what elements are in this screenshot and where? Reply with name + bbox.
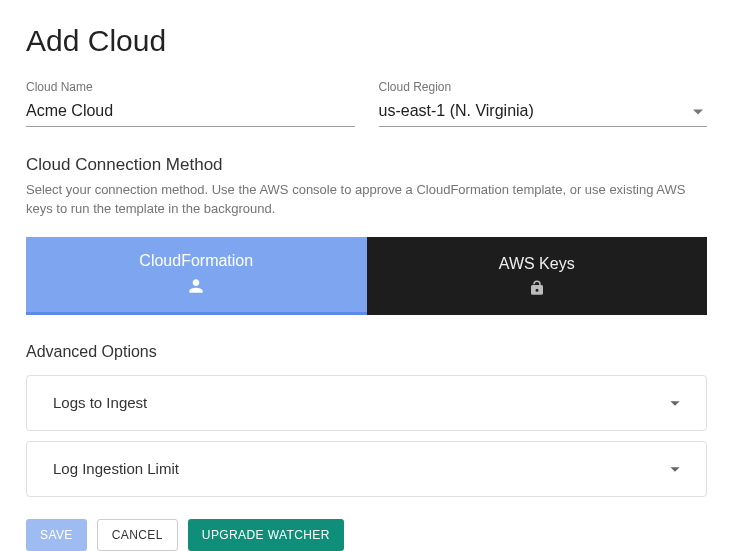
- cloud-region-field: Cloud Region us-east-1 (N. Virginia): [379, 80, 708, 127]
- accordion-log-ingestion-limit-header[interactable]: Log Ingestion Limit: [27, 442, 706, 496]
- connection-heading: Cloud Connection Method: [26, 155, 707, 175]
- accordion-logs-to-ingest: Logs to Ingest: [26, 375, 707, 431]
- cancel-button[interactable]: Cancel: [97, 519, 178, 551]
- field-row: Cloud Name Cloud Region us-east-1 (N. Vi…: [26, 80, 707, 127]
- person-icon: [186, 276, 206, 296]
- cloud-name-field: Cloud Name: [26, 80, 355, 127]
- accordion-log-ingestion-limit: Log Ingestion Limit: [26, 441, 707, 497]
- connection-method-row: CloudFormation AWS Keys: [26, 237, 707, 315]
- accordion-logs-to-ingest-header[interactable]: Logs to Ingest: [27, 376, 706, 430]
- cloud-name-label: Cloud Name: [26, 80, 355, 94]
- method-cloudformation[interactable]: CloudFormation: [26, 237, 367, 315]
- connection-description: Select your connection method. Use the A…: [26, 181, 707, 219]
- connection-section: Cloud Connection Method Select your conn…: [26, 155, 707, 315]
- accordion-logs-to-ingest-label: Logs to Ingest: [53, 394, 147, 411]
- chevron-down-icon: [664, 392, 686, 414]
- lock-open-icon: [528, 279, 546, 297]
- advanced-heading: Advanced Options: [26, 343, 707, 361]
- method-cloudformation-label: CloudFormation: [139, 252, 253, 270]
- caret-down-icon: [693, 110, 703, 115]
- cloud-region-value: us-east-1 (N. Virginia): [379, 102, 534, 119]
- cloud-region-label: Cloud Region: [379, 80, 708, 94]
- page-title: Add Cloud: [26, 24, 707, 58]
- advanced-section: Advanced Options Logs to Ingest Log Inge…: [26, 343, 707, 497]
- method-aws-keys-label: AWS Keys: [499, 255, 575, 273]
- save-button[interactable]: Save: [26, 519, 87, 551]
- upgrade-watcher-button[interactable]: Upgrade Watcher: [188, 519, 344, 551]
- cloud-region-select[interactable]: us-east-1 (N. Virginia): [379, 98, 708, 127]
- cloud-name-input[interactable]: [26, 98, 355, 127]
- method-aws-keys[interactable]: AWS Keys: [367, 237, 708, 315]
- chevron-down-icon: [664, 458, 686, 480]
- button-row: Save Cancel Upgrade Watcher: [26, 519, 707, 551]
- accordion-log-ingestion-limit-label: Log Ingestion Limit: [53, 460, 179, 477]
